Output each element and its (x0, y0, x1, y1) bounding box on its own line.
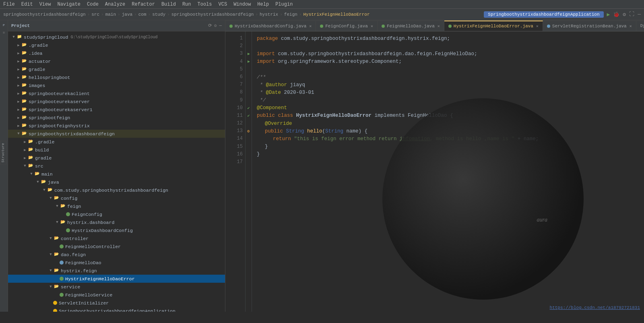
menu-help[interactable]: Help (257, 2, 269, 7)
tree-item-sub-gradle2[interactable]: ▶ 📂 gradle (8, 154, 225, 162)
tab-close-FHD[interactable]: ✕ (438, 24, 440, 29)
tree-item-dao-feign[interactable]: ▼ 📂 dao.feign (8, 251, 225, 259)
ln-5: 5 (225, 66, 243, 73)
minimize-icon[interactable]: — (638, 11, 641, 17)
tree-item-HystrixFeignHelloDaoError[interactable]: ▶ HystrixFeignHelloDaoError (8, 275, 225, 283)
tab-HystrixDashboardConfig[interactable]: HystrixDashboardConfig.java ✕ (225, 21, 316, 31)
tab-close-SRB[interactable]: ✕ (630, 24, 632, 29)
menu-build[interactable]: Build (161, 2, 176, 7)
code-content[interactable]: package com.study.springboothystrixdashb… (252, 31, 644, 312)
tree-item-hellospringboot[interactable]: ▶ 📂 hellospringboot (8, 73, 225, 81)
code-line-3: import com.study.springboothystrixdashbo… (257, 50, 639, 58)
tree-label-java: java (48, 180, 59, 185)
menu-run[interactable]: Run (182, 2, 191, 7)
tab-FeignConfig[interactable]: FeignConfig.java ✕ (316, 21, 378, 31)
tab-Dynamic[interactable]: Dynamic... (636, 21, 644, 31)
structure-icon[interactable]: ≡ (1, 30, 7, 36)
breadcrumb-project[interactable]: springboothystrixdashboardfeign (3, 12, 86, 17)
menu-vcs[interactable]: VCS (219, 2, 227, 7)
breadcrumb-main[interactable]: main (105, 12, 116, 17)
url-bar[interactable]: https://blog.csdn.net/a18792721831 (550, 305, 640, 310)
breadcrumb-springboothystrixdashboardfeign[interactable]: springboothystrixdashboardfeign (171, 12, 254, 17)
code-line-1: package com.study.springboothystrixdashb… (257, 35, 639, 42)
menu-analyze[interactable]: Analyze (105, 2, 125, 7)
menu-file[interactable]: File (3, 2, 15, 7)
tree-item-src[interactable]: ▼ 📂 src (8, 162, 225, 170)
ln-13: 13 (225, 127, 243, 135)
tree-item-sub-gradle[interactable]: ▶ 📂 .gradle (8, 138, 225, 146)
tree-item-controller[interactable]: ▼ 📂 controller (8, 234, 225, 242)
tab-ServletRegistrationBean[interactable]: ServletRegistrationBean.java ✕ (543, 21, 636, 31)
breadcrumb-src[interactable]: src (91, 12, 99, 17)
breadcrumb-feign[interactable]: feign (284, 12, 297, 17)
breadcrumb-java[interactable]: java (122, 12, 132, 17)
expand-icon[interactable]: ⛶ (629, 11, 634, 17)
project-icon[interactable]: P (1, 22, 7, 28)
tree-item-FeignHelloService[interactable]: ▶ FeignHelloService (8, 291, 225, 299)
tree-item-idea[interactable]: ▶ 📂 .idea (8, 49, 225, 57)
breadcrumb-hystrix[interactable]: hystrix (260, 12, 278, 17)
menu-edit[interactable]: Edit (21, 2, 33, 7)
tree-item-hystrix-feign[interactable]: ▼ 📂 hystrix.feign (8, 267, 225, 275)
structure-tab[interactable]: Structure (0, 141, 6, 165)
tree-item-gradle2[interactable]: ▶ 📂 gradle (8, 65, 225, 73)
tree-item-SpringApp[interactable]: ▶ SpringboothystrixdashboardfeignApplica… (8, 307, 225, 312)
tree-item-FeignConfig[interactable]: ▶ FeignConfig (8, 210, 225, 218)
menu-plugin[interactable]: Plugin (275, 2, 293, 7)
menu-view[interactable]: View (39, 2, 51, 7)
tree-item-service[interactable]: ▼ 📂 service (8, 283, 225, 291)
tab-FeignHelloDao[interactable]: FeignHelloDao.java ✕ (378, 21, 444, 31)
tree-item-hystrix-dashboard[interactable]: ▼ 📂 hystrix.dashboard (8, 218, 225, 226)
tab-close-HDC[interactable]: ✕ (309, 24, 312, 29)
tree-item-config-feign[interactable]: ▼ 📂 feign (8, 202, 225, 210)
tab-HystrixFeignHelloDaoError[interactable]: HystrixFeignHelloDaoError.java ✕ (444, 21, 543, 31)
gear-icon[interactable]: ⚙ (214, 23, 217, 28)
menu-refactor[interactable]: Refactor (132, 2, 155, 7)
tree-item-FeignHelloDao[interactable]: ▶ FeignHelloDao (8, 259, 225, 267)
tree-root[interactable]: ▼ 📁 studySpringCloud G:\studySpringCloud… (8, 33, 225, 41)
tree-item-ServletInitializer[interactable]: ▶ ServletInitializer (8, 299, 225, 307)
debug-icon[interactable]: 🐞 (613, 11, 619, 18)
fold-icon-3[interactable] (247, 52, 251, 56)
tree-item-package[interactable]: ▼ 📂 com.study.springboothystrixdashboard… (8, 186, 225, 194)
ln-15: 15 (225, 143, 243, 151)
tree-label-hystrix-dashboard: hystrix.dashboard (67, 220, 114, 225)
tree-item-images[interactable]: ▶ 📂 images (8, 81, 225, 89)
run-app-button[interactable]: SpringboothystrixdashboardfeignApplicati… (484, 11, 603, 18)
tree-item-eurekaserver1[interactable]: ▶ 📂 springbooteurekaserver1 (8, 106, 225, 114)
close-panel-icon[interactable]: — (219, 23, 222, 28)
menu-navigate[interactable]: Navigate (57, 2, 80, 7)
breadcrumb-study[interactable]: study (152, 12, 165, 17)
tree-item-eurekaserver[interactable]: ▶ 📂 springbooteurekaserver (8, 97, 225, 106)
breadcrumb-classname[interactable]: HystrixFeignHelloDaoError (303, 12, 369, 17)
tree-item-gradle1[interactable]: ▶ 📂 .gradle (8, 41, 225, 49)
tree-item-sub-build[interactable]: ▶ 📂 build (8, 146, 225, 154)
tree-item-feignhystrix[interactable]: ▶ 📂 springbootfeignhystrix (8, 122, 225, 130)
gutter-9 (246, 97, 252, 104)
fold-icon-4[interactable] (247, 60, 251, 64)
menu-code[interactable]: Code (87, 2, 99, 7)
ln-8: 8 (225, 89, 243, 96)
tree-item-FeignHelloController[interactable]: ▶ FeignHelloController (8, 242, 225, 251)
tree-item-config[interactable]: ▼ 📂 config (8, 194, 225, 202)
tree-item-main[interactable]: ▼ 📂 main (8, 170, 225, 178)
run-icon[interactable]: ▶ (607, 11, 610, 18)
menu-tools[interactable]: Tools (198, 2, 212, 7)
tree-label-package: com.study.springboothystrixdashboardfeig… (54, 188, 168, 193)
code-line-15: } (257, 143, 639, 151)
tab-close-HFHDE[interactable]: ✕ (536, 24, 539, 29)
tree-item-main-project[interactable]: ▼ 📂 springboothystrixdashboardfeign (8, 130, 225, 138)
tree-item-eurekaclient[interactable]: ▶ 📂 springbooteurekaclient (8, 89, 225, 97)
tree-item-actuator[interactable]: ▶ 📂 actuator (8, 57, 225, 65)
tab-close-FC[interactable]: ✕ (371, 24, 373, 29)
settings-icon[interactable]: ⚙ (623, 11, 626, 18)
code-line-17 (257, 158, 639, 166)
tree-item-java[interactable]: ▼ 📂 java (8, 178, 225, 186)
bc-sep-1: › (87, 12, 90, 17)
sync-icon[interactable]: ⟳ (208, 23, 212, 28)
tree-item-HystrixDashboardConfig[interactable]: ▶ HystrixDashboardConfig (8, 226, 225, 234)
menu-window[interactable]: Window (233, 2, 251, 7)
gutter-15 (246, 143, 252, 151)
breadcrumb-com[interactable]: com (138, 12, 147, 17)
tree-item-springbootfeign[interactable]: ▶ 📂 springbootfeign (8, 114, 225, 122)
